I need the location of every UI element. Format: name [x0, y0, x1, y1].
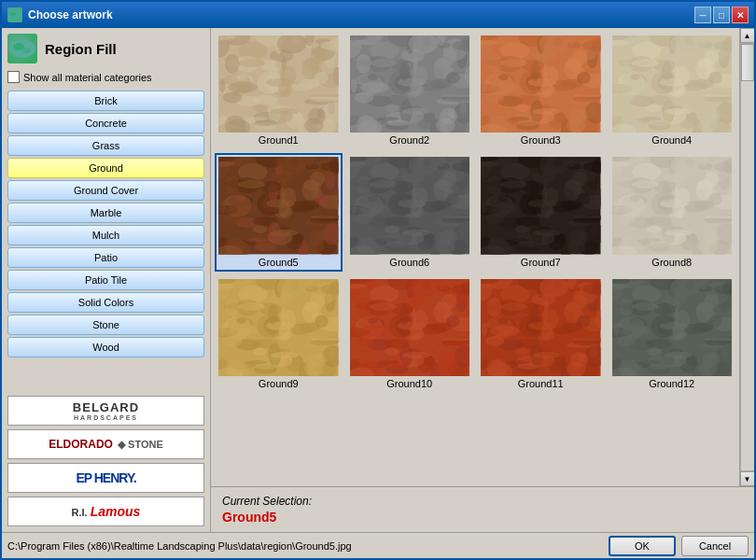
svg-point-876: [542, 309, 547, 327]
svg-point-83: [246, 117, 268, 120]
ephenry-logo[interactable]: EP HENRY.: [7, 463, 204, 493]
svg-point-51: [229, 81, 258, 92]
category-btn-ground[interactable]: Ground: [7, 158, 204, 178]
svg-point-115: [354, 91, 372, 103]
svg-point-409: [315, 193, 328, 205]
svg-point-633: [674, 187, 679, 204]
svg-point-76: [255, 120, 277, 126]
file-path: C:\Program Files (x86)\Realtime Landscap…: [7, 540, 609, 552]
svg-point-164: [377, 117, 399, 120]
category-btn-concrete[interactable]: Concrete: [7, 113, 204, 133]
svg-point-562: [517, 242, 539, 247]
svg-point-166: [446, 72, 459, 84]
svg-point-652: [708, 193, 721, 205]
category-btn-marble[interactable]: Marble: [7, 203, 204, 223]
svg-point-806: [369, 302, 396, 311]
scroll-thumb[interactable]: [741, 44, 754, 81]
category-btn-grass[interactable]: Grass: [7, 135, 204, 156]
svg-point-151: [356, 54, 371, 74]
svg-point-973: [612, 322, 618, 336]
svg-point-895: [577, 315, 590, 327]
svg-point-637: [618, 175, 633, 195]
svg-point-556: [487, 175, 502, 195]
grid-item-ground5[interactable]: Ground5: [215, 153, 343, 271]
grid-item-ground10[interactable]: Ground10: [346, 275, 474, 393]
grid-item-ground3[interactable]: Ground3: [477, 32, 605, 149]
svg-point-887: [500, 302, 527, 311]
category-btn-stone[interactable]: Stone: [7, 315, 204, 335]
cancel-button[interactable]: Cancel: [681, 536, 749, 556]
category-btn-brick[interactable]: Brick: [7, 91, 204, 111]
svg-point-954: [696, 302, 714, 313]
svg-point-69: [308, 108, 326, 125]
svg-point-358: [223, 214, 242, 225]
svg-point-814: [446, 315, 459, 327]
svg-point-309: [674, 65, 679, 83]
svg-point-889: [515, 347, 529, 356]
category-btn-ground-cover[interactable]: Ground Cover: [7, 180, 204, 201]
ok-button[interactable]: OK: [609, 536, 676, 556]
svg-point-879: [570, 351, 588, 368]
svg-point-132: [359, 81, 388, 92]
category-btn-wood[interactable]: Wood: [7, 337, 204, 357]
svg-point-319: [648, 120, 670, 126]
svg-point-484: [384, 226, 398, 234]
svg-point-63: [303, 59, 321, 69]
svg-point-326: [639, 117, 661, 120]
svg-point-811: [350, 322, 356, 336]
grid-item-ground6[interactable]: Ground6: [346, 153, 474, 271]
svg-point-34: [223, 91, 242, 103]
grid-item-ground8[interactable]: Ground8: [609, 153, 736, 271]
category-btn-solid-colors[interactable]: Solid Colors: [7, 292, 204, 313]
category-btn-mulch[interactable]: Mulch: [7, 225, 204, 245]
svg-point-53: [236, 74, 246, 80]
belgard-logo[interactable]: BELGARD HARDSCAPES: [7, 396, 204, 426]
svg-point-873: [566, 302, 583, 313]
svg-point-717: [308, 351, 326, 368]
scroll-track[interactable]: [740, 43, 755, 471]
scroll-down-arrow[interactable]: ▼: [740, 471, 755, 486]
grid-item-label-ground8: Ground8: [651, 257, 692, 268]
category-btn-patio-tile[interactable]: Patio Tile: [7, 270, 204, 290]
lamous-logo[interactable]: R.I. Lamous: [7, 497, 204, 526]
svg-point-238: [517, 120, 539, 126]
svg-point-489: [401, 230, 429, 236]
svg-point-66: [280, 65, 285, 83]
minimize-button[interactable]: ─: [694, 7, 711, 23]
vertical-scrollbar[interactable]: ▲ ▼: [739, 28, 754, 486]
svg-point-401: [238, 181, 265, 189]
svg-point-714: [280, 309, 285, 327]
eldorado-logo[interactable]: ELDORADO ◆ STONE: [7, 429, 204, 459]
svg-point-322: [646, 104, 660, 112]
svg-point-390: [280, 187, 285, 204]
grid-item-ground1[interactable]: Ground1: [215, 32, 343, 149]
svg-point-394: [225, 175, 240, 195]
left-panel: Region Fill Show all material categories…: [2, 28, 211, 532]
svg-point-407: [246, 238, 268, 242]
grid-item-ground11[interactable]: Ground11: [477, 275, 605, 393]
window-title: Choose artwork: [28, 8, 694, 21]
maximize-button[interactable]: □: [713, 7, 730, 23]
artwork-grid-scroll[interactable]: Ground1Ground2Ground3Ground4Ground5Groun…: [211, 28, 739, 486]
grid-item-ground7[interactable]: Ground7: [477, 153, 605, 271]
right-panel: Ground1Ground2Ground3Ground4Ground5Groun…: [211, 28, 754, 532]
scroll-up-arrow[interactable]: ▲: [740, 28, 755, 43]
svg-point-944: [630, 317, 640, 324]
svg-point-245: [509, 117, 530, 120]
grid-item-ground2[interactable]: Ground2: [346, 32, 474, 149]
grid-item-ground9[interactable]: Ground9: [215, 275, 343, 393]
category-btn-patio[interactable]: Patio: [7, 247, 204, 268]
svg-point-320: [631, 59, 658, 67]
show-all-checkbox[interactable]: [7, 71, 20, 83]
title-bar-buttons: ─ □ ✕: [694, 7, 749, 23]
svg-point-792: [434, 302, 452, 313]
close-button[interactable]: ✕: [732, 7, 749, 23]
grid-item-ground12[interactable]: Ground12: [609, 275, 736, 393]
svg-point-967: [648, 363, 670, 369]
svg-point-795: [412, 309, 416, 327]
grid-item-ground4[interactable]: Ground4: [609, 32, 736, 149]
svg-point-70: [225, 54, 240, 74]
svg-point-644: [631, 181, 658, 189]
svg-point-549: [566, 180, 583, 190]
svg-point-160: [384, 104, 398, 112]
